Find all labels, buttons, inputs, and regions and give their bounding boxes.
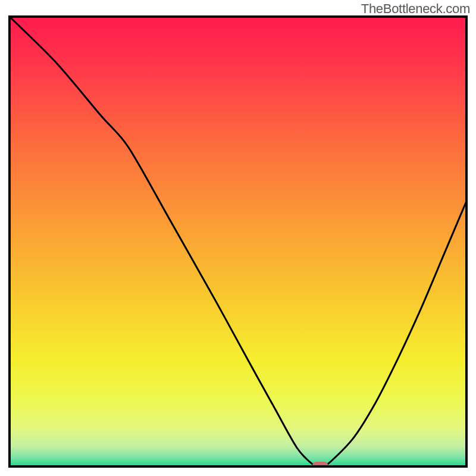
- chart-svg: [8, 15, 468, 468]
- bottleneck-plot: [8, 15, 468, 468]
- gradient-background: [10, 17, 466, 466]
- chart-container: TheBottleneck.com: [0, 0, 476, 476]
- watermark-text: TheBottleneck.com: [361, 1, 470, 17]
